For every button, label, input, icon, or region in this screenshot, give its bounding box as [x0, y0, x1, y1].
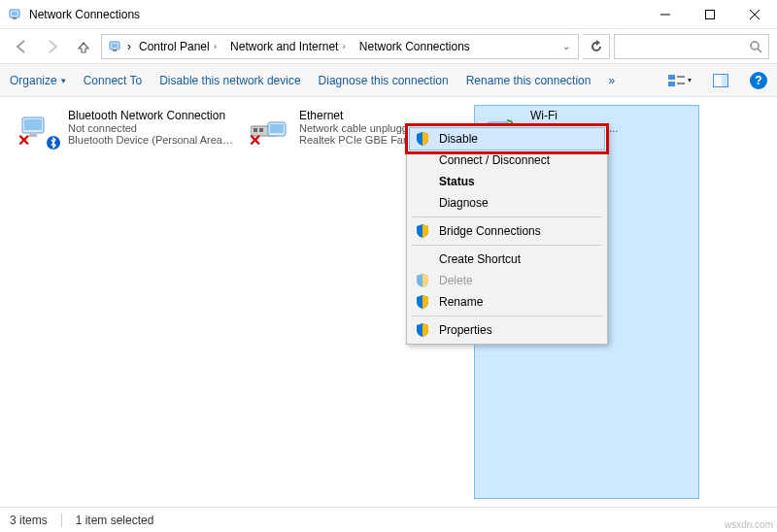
ctx-rename[interactable]: Rename — [410, 291, 604, 313]
window-icon — [8, 7, 23, 22]
watermark: wsxdn.com — [725, 519, 773, 530]
connection-status: Not connected — [68, 122, 233, 134]
disabled-icon: ✕ — [249, 131, 261, 150]
crumb-network-internet[interactable]: Network and Internet› — [224, 38, 352, 55]
content-area: ✕ Bluetooth Network Connection Not conne… — [0, 97, 777, 507]
crumb-control-panel[interactable]: Control Panel› — [133, 38, 222, 55]
up-button[interactable] — [70, 33, 97, 60]
search-icon — [749, 40, 762, 53]
crumb-network-connections[interactable]: Network Connections — [354, 38, 476, 55]
svg-line-19 — [758, 49, 761, 52]
ctx-status[interactable]: Status — [410, 171, 604, 192]
svg-point-18 — [751, 42, 759, 50]
minimize-button[interactable] — [643, 0, 688, 29]
window-title: Network Connections — [29, 8, 643, 21]
disabled-icon: ✕ — [17, 131, 30, 150]
bluetooth-icon: ✕ — [16, 109, 62, 151]
separator — [412, 245, 602, 246]
connection-item-bluetooth[interactable]: ✕ Bluetooth Network Connection Not conne… — [12, 105, 237, 499]
connection-device: Realtek PCIe GBE Fami... — [299, 134, 423, 146]
separator — [412, 316, 602, 316]
breadcrumb[interactable]: › Control Panel› Network and Internet› N… — [101, 34, 579, 59]
connection-name: Wi-Fi — [530, 109, 618, 122]
shield-icon — [414, 222, 431, 240]
connection-name: Ethernet — [299, 109, 423, 122]
breadcrumb-icon — [108, 39, 123, 54]
separator — [412, 216, 602, 217]
ctx-properties[interactable]: Properties — [410, 319, 604, 341]
context-menu: Disable Connect / Disconnect Status Diag… — [406, 124, 608, 345]
svg-rect-23 — [677, 83, 685, 84]
ctx-create-shortcut[interactable]: Create Shortcut — [410, 249, 604, 270]
maximize-button[interactable] — [688, 0, 732, 29]
view-options-button[interactable]: ▾ — [668, 69, 692, 92]
ctx-diagnose[interactable]: Diagnose — [410, 192, 604, 214]
help-button[interactable]: ? — [750, 72, 767, 89]
svg-rect-20 — [668, 75, 675, 80]
refresh-button[interactable] — [583, 34, 610, 59]
svg-rect-22 — [677, 76, 685, 78]
rename-button[interactable]: Rename this connection — [466, 74, 591, 87]
shield-icon — [414, 272, 431, 289]
search-input[interactable] — [614, 34, 769, 59]
ctx-connect-disconnect[interactable]: Connect / Disconnect — [410, 150, 604, 171]
organize-button[interactable]: Organize ▾ — [10, 74, 66, 87]
selected-count: 1 item selected — [76, 514, 154, 527]
ctx-bridge[interactable]: Bridge Connections — [410, 220, 604, 242]
more-button[interactable]: » — [608, 74, 615, 87]
diagnose-button[interactable]: Diagnose this connection — [319, 74, 449, 87]
separator — [61, 514, 62, 527]
close-button[interactable] — [732, 0, 777, 29]
disable-device-button[interactable]: Disable this network device — [159, 74, 300, 87]
back-button[interactable] — [8, 33, 35, 60]
shield-icon — [414, 130, 431, 148]
address-bar: › Control Panel› Network and Internet› N… — [0, 29, 777, 64]
toolbar: Organize ▾ Connect To Disable this netwo… — [0, 64, 777, 97]
forward-button[interactable] — [39, 33, 66, 60]
ctx-delete: Delete — [410, 270, 604, 291]
svg-rect-21 — [668, 82, 675, 86]
ctx-disable[interactable]: Disable — [410, 128, 604, 150]
connection-status: Network cable unplugged — [299, 122, 423, 134]
titlebar: Network Connections — [0, 0, 777, 29]
svg-rect-25 — [722, 75, 727, 86]
breadcrumb-dropdown[interactable]: ⌄ — [558, 41, 574, 51]
item-count: 3 items — [10, 514, 48, 527]
connect-to-button[interactable]: Connect To — [84, 74, 143, 87]
chevron-right-icon[interactable]: › — [127, 40, 131, 53]
svg-rect-15 — [706, 10, 715, 18]
connection-name: Bluetooth Network Connection — [68, 109, 233, 122]
ethernet-icon: ✕ — [247, 109, 293, 151]
connection-device: Bluetooth Device (Personal Area ... — [68, 134, 233, 146]
preview-pane-button[interactable] — [709, 69, 732, 92]
status-bar: 3 items 1 item selected — [0, 507, 777, 532]
shield-icon — [414, 293, 431, 311]
shield-icon — [414, 321, 431, 339]
